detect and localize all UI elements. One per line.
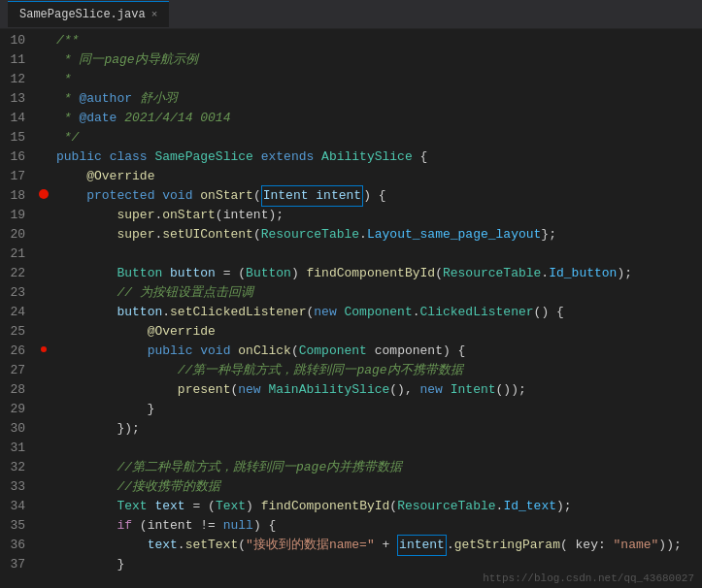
code-line: //接收携带的数据 — [54, 477, 702, 497]
code-area[interactable]: /** * 同一page内导航示例 * * @author 舒小羽 * @dat… — [50, 29, 702, 588]
gutter-row — [37, 417, 50, 437]
file-tab[interactable]: SamePageSlice.java × — [8, 1, 169, 27]
code-line: Text text = (Text) findComponentById(Res… — [54, 497, 702, 516]
code-token: }); — [56, 419, 140, 439]
gutter-row — [37, 553, 50, 572]
code-token — [148, 497, 155, 516]
code-token: "name" — [614, 536, 659, 555]
line-number: 18 — [8, 186, 29, 206]
code-line: super.onStart(intent); — [54, 206, 702, 225]
code-token: new — [238, 380, 260, 400]
code-token — [56, 497, 117, 516]
line-number: 13 — [8, 89, 29, 109]
code-token: ); — [556, 497, 572, 516]
line-number: 20 — [8, 225, 29, 245]
code-token: } — [56, 555, 124, 574]
gutter-row — [37, 320, 50, 340]
code-token: () { — [534, 303, 564, 322]
line-number: 23 — [8, 283, 29, 303]
line-number: 10 — [8, 31, 29, 50]
line-number: 37 — [8, 555, 29, 574]
code-line: // 为按钮设置点击回调 — [54, 283, 702, 303]
code-line: * 同一page内导航示例 — [54, 50, 702, 70]
code-token: onClick — [238, 342, 291, 361]
line-number: 27 — [8, 361, 29, 380]
gutter-row — [37, 126, 50, 146]
code-token: { — [413, 147, 428, 167]
code-token — [337, 303, 345, 322]
code-token — [148, 147, 155, 167]
code-token: super — [117, 206, 154, 225]
code-token: getStringParam — [454, 536, 560, 555]
gutter-row — [37, 165, 50, 184]
line-number: 35 — [8, 516, 29, 536]
code-token: ()); — [496, 380, 526, 400]
title-bar: SamePageSlice.java × — [0, 0, 702, 29]
gutter-row — [37, 495, 50, 514]
code-token: 2021/4/14 0014 — [117, 109, 230, 128]
code-token: ( — [253, 186, 261, 206]
code-token: Id_text — [503, 497, 556, 516]
gutter-row — [37, 359, 50, 378]
line-number: 29 — [8, 400, 29, 419]
line-number: 33 — [8, 477, 29, 497]
code-token: ); — [617, 264, 632, 283]
code-line: } — [54, 400, 702, 419]
code-token — [56, 536, 148, 555]
code-token: setText — [185, 536, 239, 555]
gutter-row — [37, 398, 50, 417]
line-number: 32 — [8, 458, 29, 477]
code-token: ResourceTable — [397, 497, 495, 516]
code-token: "接收到的数据name=" — [246, 536, 375, 555]
code-token: ( — [230, 380, 238, 400]
code-token: //接收携带的数据 — [56, 477, 220, 497]
code-line — [54, 245, 702, 264]
code-token: onStart — [162, 206, 216, 225]
line-number: 11 — [8, 50, 29, 70]
gutter-row — [37, 87, 50, 107]
tab-close-icon[interactable]: × — [151, 9, 158, 20]
code-token: present — [178, 380, 231, 400]
code-token: }; — [541, 225, 556, 245]
code-token: ResourceTable — [443, 264, 541, 283]
gutter-row — [37, 281, 50, 301]
code-line: * @author 舒小羽 — [54, 89, 702, 109]
code-token: 舒小羽 — [132, 89, 178, 109]
gutter-row — [37, 243, 50, 262]
code-token: extends — [261, 147, 315, 167]
code-token: protected — [86, 186, 154, 206]
code-token: super — [117, 225, 154, 245]
code-token: Text — [216, 497, 246, 516]
code-line: if (intent != null) { — [54, 516, 702, 536]
gutter-row — [37, 262, 50, 281]
code-line: } — [54, 555, 702, 574]
code-token: ( key: — [560, 536, 614, 555]
line-number: 31 — [8, 439, 29, 458]
code-token: . — [496, 497, 504, 516]
code-token: (), — [389, 380, 419, 400]
code-line: * @date 2021/4/14 0014 — [54, 109, 702, 128]
code-line: @Override — [54, 322, 702, 342]
code-token: Id_button — [549, 264, 617, 283]
code-token: @Override — [148, 322, 216, 342]
code-token — [56, 206, 117, 225]
code-line: public class SamePageSlice extends Abili… — [54, 147, 702, 167]
line-number: 15 — [8, 128, 29, 147]
code-token: void — [162, 186, 192, 206]
editor-container: 1011121314151617181920212223242526272829… — [0, 29, 702, 588]
code-line: public void onClick(Component component)… — [54, 342, 702, 361]
code-token: ( — [253, 225, 261, 245]
code-token: ) { — [253, 516, 276, 536]
gutter-row — [37, 301, 50, 320]
code-token: text — [148, 536, 178, 555]
code-token: ( — [291, 342, 299, 361]
code-line: * — [54, 70, 702, 89]
code-token: ClickedListener — [420, 303, 534, 322]
line-number: 28 — [8, 380, 29, 400]
code-token — [56, 516, 117, 536]
code-line: @Override — [54, 167, 702, 186]
gutter-row — [37, 223, 50, 243]
code-token — [230, 342, 238, 361]
code-token — [56, 303, 117, 322]
gutter-row — [37, 437, 50, 456]
